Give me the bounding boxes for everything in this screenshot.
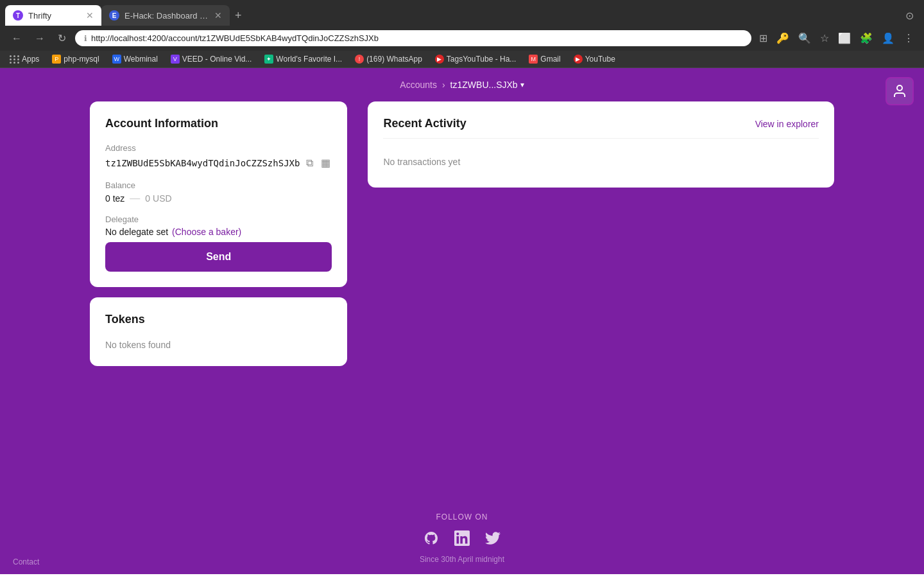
breadcrumb-separator: › (442, 80, 445, 90)
recent-activity-header: Recent Activity View in explorer (383, 117, 819, 139)
profile-button[interactable]: 👤 (879, 30, 897, 47)
delegate-label: Delegate (105, 215, 332, 224)
bookmark-whatsapp[interactable]: ! (169) WhatsApp (352, 53, 425, 65)
bookmark-worlds-label: World's Favorite I... (276, 55, 342, 64)
breadcrumb-accounts-link[interactable]: Accounts (400, 80, 437, 90)
bookmarks-bar: Apps P php-mysql W Webminal V VEED - Onl… (0, 51, 924, 68)
menu-button[interactable]: ⋮ (901, 30, 916, 47)
linkedin-icon[interactable] (453, 529, 471, 547)
bookmark-php-label: php-mysql (64, 55, 99, 64)
recent-activity-card: Recent Activity View in explorer No tran… (368, 101, 834, 188)
nav-right-controls: ⊞ 🔑 🔍 ☆ ⬜ 🧩 👤 ⋮ (757, 30, 916, 47)
account-info-card: Account Information Address tz1ZWBUdE5Sb… (90, 101, 347, 287)
address-row: tz1ZWBUdE5SbKAB4wydTQdinJoCZZSzhSJXb ⧉ ▦ (105, 155, 332, 170)
no-transactions-text: No transactions yet (383, 152, 819, 172)
bookmark-webminal[interactable]: W Webminal (110, 53, 160, 65)
view-in-explorer-link[interactable]: View in explorer (755, 119, 819, 129)
follow-on-label: FOLLOW ON (0, 512, 924, 521)
bookmark-apps-label: Apps (22, 55, 39, 64)
footer: FOLLOW ON Since 30th (0, 492, 924, 574)
delegate-text: No delegate set (105, 227, 168, 237)
send-button[interactable]: Send (105, 242, 332, 272)
gmail-favicon: M (529, 55, 538, 64)
worlds-favicon: ✦ (264, 55, 273, 64)
main-content: Account Information Address tz1ZWBUdE5Sb… (0, 101, 924, 429)
bookmark-worlds[interactable]: ✦ World's Favorite I... (262, 53, 345, 65)
address-value: tz1ZWBUdE5SbKAB4wydTQdinJoCZZSzhSJXb (105, 158, 300, 168)
whatsapp-favicon: ! (355, 55, 364, 64)
bookmark-gmail-label: Gmail (540, 55, 560, 64)
tab-devfolio-close[interactable]: ✕ (214, 10, 222, 21)
delegate-row: No delegate set (Choose a baker) (105, 227, 332, 237)
profile-icon[interactable]: ⊙ (905, 10, 914, 22)
breadcrumb-chevron-icon: ▾ (520, 80, 524, 89)
copy-address-button[interactable]: ⧉ (305, 156, 314, 170)
extensions-puzzle[interactable]: 🧩 (857, 30, 875, 47)
breadcrumb-current-text: tz1ZWBU...SJXb (450, 80, 518, 90)
choose-baker-link[interactable]: (Choose a baker) (172, 227, 241, 237)
key-icon[interactable]: 🔑 (774, 30, 792, 47)
left-column: Account Information Address tz1ZWBUdE5Sb… (90, 101, 347, 429)
bookmark-youtube[interactable]: ▶ YouTube (571, 53, 618, 65)
browser-chrome: T Thrifty ✕ E E-Hack: Dashboard | Devfol… (0, 0, 924, 68)
tab-thrifty-close[interactable]: ✕ (86, 10, 94, 21)
user-icon (892, 83, 907, 99)
extensions-button[interactable]: ⊞ (757, 30, 770, 47)
github-icon[interactable] (422, 529, 440, 547)
tab-thrifty-title: Thrifty (28, 11, 81, 21)
qr-address-button[interactable]: ▦ (320, 155, 332, 170)
devfolio-favicon: E (109, 10, 119, 21)
bookmark-veed-label: VEED - Online Vid... (182, 55, 252, 64)
apps-grid-icon (10, 55, 19, 64)
balance-tez-value: 0 tez (105, 193, 124, 204)
bookmark-webminal-label: Webminal (124, 55, 158, 64)
search-button[interactable]: 🔍 (796, 30, 814, 47)
back-button[interactable]: ← (8, 30, 26, 47)
php-favicon: P (52, 55, 61, 64)
bookmark-youtube-label: YouTube (585, 55, 615, 64)
bookmark-whatsapp-label: (169) WhatsApp (366, 55, 422, 64)
user-account-button[interactable] (886, 77, 914, 105)
new-tab-button[interactable]: + (230, 6, 247, 25)
forward-button[interactable]: → (31, 30, 49, 47)
bookmark-apps[interactable]: Apps (8, 53, 42, 65)
contact-link[interactable]: Contact (13, 557, 39, 566)
nav-bar: ← → ↻ ℹ http://localhost:4200/account/tz… (0, 26, 924, 51)
thrifty-favicon: T (13, 10, 23, 21)
tab-devfolio-title: E-Hack: Dashboard | Devfolio (124, 11, 209, 21)
no-tokens-text: No tokens found (105, 340, 171, 350)
breadcrumb: Accounts › tz1ZWBU...SJXb ▾ (0, 68, 924, 101)
lock-icon: ℹ (84, 34, 87, 43)
screenshot-button[interactable]: ⬜ (835, 30, 853, 47)
breadcrumb-current-account[interactable]: tz1ZWBU...SJXb ▾ (450, 80, 524, 90)
browser-controls-right: ⊙ (905, 10, 919, 22)
bookmark-veed[interactable]: V VEED - Online Vid... (168, 53, 255, 65)
bookmark-tags[interactable]: ▶ TagsYouTube - Ha... (432, 53, 519, 65)
balance-usd-value: 0 USD (145, 193, 171, 204)
url-bar[interactable]: ℹ http://localhost:4200/account/tz1ZWBUd… (75, 30, 751, 46)
balance-row: 0 tez — 0 USD (105, 193, 332, 204)
tokens-card: Tokens No tokens found (90, 297, 347, 366)
tab-thrifty[interactable]: T Thrifty ✕ (5, 5, 101, 26)
balance-label: Balance (105, 180, 332, 190)
tab-devfolio[interactable]: E E-Hack: Dashboard | Devfolio ✕ (101, 5, 230, 26)
tags-favicon: ▶ (435, 55, 444, 64)
tokens-title: Tokens (105, 313, 332, 326)
bookmark-tags-label: TagsYouTube - Ha... (447, 55, 517, 64)
balance-separator: — (130, 193, 140, 204)
bookmark-php[interactable]: P php-mysql (49, 53, 101, 65)
since-text: Since 30th April midnight (0, 555, 924, 564)
page-content: Accounts › tz1ZWBU...SJXb ▾ Account Info… (0, 68, 924, 574)
recent-activity-title: Recent Activity (383, 117, 466, 130)
twitter-icon[interactable] (484, 529, 502, 547)
veed-favicon: V (171, 55, 180, 64)
bookmark-button[interactable]: ☆ (817, 30, 832, 47)
account-info-title: Account Information (105, 117, 332, 130)
right-column: Recent Activity View in explorer No tran… (368, 101, 834, 429)
webminal-favicon: W (112, 55, 121, 64)
url-text: http://localhost:4200/account/tz1ZWBUdE5… (91, 33, 742, 43)
social-icons (0, 529, 924, 547)
bookmark-gmail[interactable]: M Gmail (526, 53, 563, 65)
address-label: Address (105, 143, 332, 153)
reload-button[interactable]: ↻ (54, 30, 70, 47)
